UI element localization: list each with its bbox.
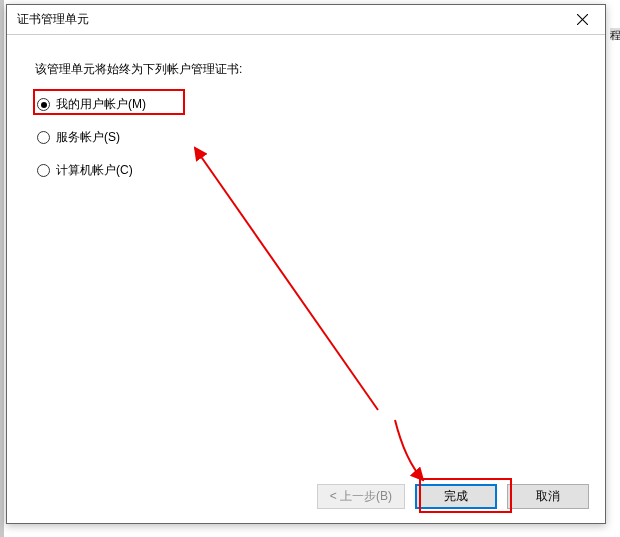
finish-button[interactable]: 完成: [415, 484, 497, 509]
radio-my-user-account[interactable]: 我的用户帐户(M): [37, 96, 577, 113]
radio-icon: [37, 98, 50, 111]
radio-icon: [37, 164, 50, 177]
radio-label-service: 服务帐户(S): [56, 129, 120, 146]
account-radio-group: 我的用户帐户(M) 服务帐户(S) 计算机帐户(C): [35, 96, 577, 179]
radio-label-computer: 计算机帐户(C): [56, 162, 133, 179]
window-edge-left: [0, 0, 4, 537]
instruction-text: 该管理单元将始终为下列帐户管理证书:: [35, 61, 577, 78]
dialog-content: 该管理单元将始终为下列帐户管理证书: 我的用户帐户(M) 服务帐户(S) 计算机…: [7, 35, 605, 205]
cancel-button[interactable]: 取消: [507, 484, 589, 509]
back-button: < 上一步(B): [317, 484, 405, 509]
close-button[interactable]: [560, 5, 605, 35]
window-title: 证书管理单元: [17, 11, 89, 28]
button-row: < 上一步(B) 完成 取消: [317, 484, 589, 509]
close-icon: [577, 14, 588, 25]
radio-computer-account[interactable]: 计算机帐户(C): [37, 162, 577, 179]
radio-label-user: 我的用户帐户(M): [56, 96, 146, 113]
radio-service-account[interactable]: 服务帐户(S): [37, 129, 577, 146]
radio-icon: [37, 131, 50, 144]
background-fragment: 程: [610, 28, 620, 40]
dialog-window: 证书管理单元 该管理单元将始终为下列帐户管理证书: 我的用户帐户(M) 服务帐户…: [6, 4, 606, 524]
titlebar: 证书管理单元: [7, 5, 605, 35]
